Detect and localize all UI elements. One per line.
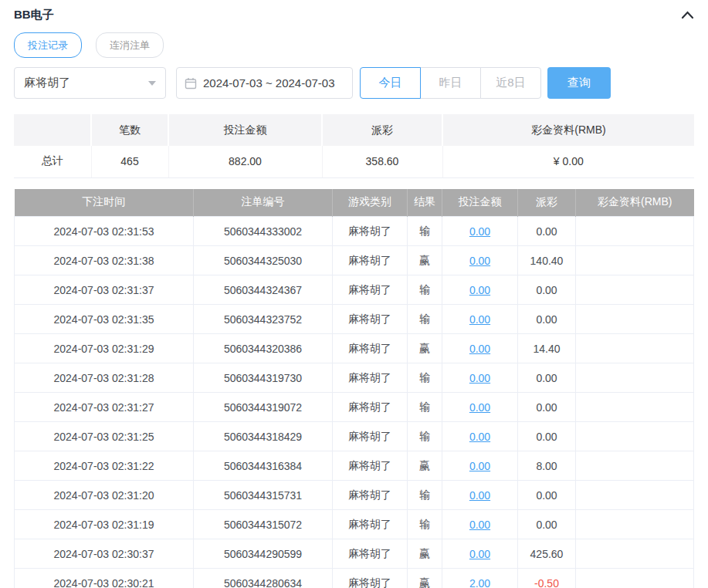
calendar-icon	[185, 77, 197, 90]
summary-header-row: 笔数 投注金额 派彩 彩金资料(RMB)	[14, 114, 694, 146]
summary-header-jackpot: 彩金资料(RMB)	[442, 114, 694, 146]
chevron-up-icon	[681, 10, 694, 19]
bet-amount-link[interactable]: 0.00	[469, 372, 490, 384]
cell-bet-time: 2024-07-03 02:31:35	[15, 305, 194, 334]
cell-game-category: 麻将胡了	[333, 451, 408, 481]
cell-payout: 0.00	[518, 393, 576, 422]
cell-jackpot	[576, 422, 694, 451]
bet-amount-link[interactable]: 0.00	[469, 548, 490, 560]
bet-amount-link[interactable]: 0.00	[469, 313, 490, 326]
cell-game-category: 麻将胡了	[333, 393, 408, 422]
collapse-button[interactable]	[681, 10, 694, 19]
column-header: 结果	[408, 189, 442, 217]
cell-result: 输	[408, 481, 442, 510]
summary-header-bet-amount: 投注金额	[168, 114, 322, 146]
cell-bet-amount: 0.00	[442, 217, 518, 246]
summary-total-payout: 358.60	[322, 146, 442, 177]
cell-jackpot	[576, 539, 694, 569]
query-button[interactable]: 查询	[547, 67, 611, 99]
bet-amount-link[interactable]: 0.00	[469, 401, 490, 414]
cell-payout: 0.00	[518, 510, 576, 539]
bet-amount-link[interactable]: 0.00	[469, 255, 490, 267]
cell-payout: 0.00	[518, 275, 576, 305]
cell-bet-amount: 0.00	[442, 393, 518, 422]
quick-range-yesterday[interactable]: 昨日	[420, 67, 481, 99]
quick-range-today[interactable]: 今日	[360, 67, 421, 99]
cell-game-category: 麻将胡了	[333, 275, 408, 305]
game-select[interactable]: 麻将胡了	[14, 67, 166, 99]
summary-table: 笔数 投注金额 派彩 彩金资料(RMB) 总计 465 882.00 358.6…	[14, 114, 694, 178]
bet-amount-link[interactable]: 0.00	[469, 489, 490, 502]
table-row: 2024-07-03 02:31:20 5060344315731 麻将胡了 输…	[15, 481, 694, 510]
cell-payout: 0.00	[518, 363, 576, 393]
bet-records-panel: BB电子 投注记录 连消注单 麻将胡了 2024-07-03 ~ 2024-07…	[0, 0, 708, 588]
summary-header-count: 笔数	[91, 114, 168, 146]
cell-jackpot	[576, 334, 694, 363]
cell-payout: 140.40	[518, 246, 576, 275]
panel-title: BB电子	[14, 8, 54, 22]
cell-bet-time: 2024-07-03 02:31:53	[15, 217, 194, 246]
table-row: 2024-07-03 02:31:28 5060344319730 麻将胡了 输…	[15, 363, 694, 393]
summary-total-jackpot: ¥ 0.00	[442, 146, 694, 177]
cell-payout: 0.00	[518, 305, 576, 334]
cell-bet-time: 2024-07-03 02:31:27	[15, 393, 194, 422]
cell-game-category: 麻将胡了	[333, 334, 408, 363]
cell-game-category: 麻将胡了	[333, 510, 408, 539]
table-row: 2024-07-03 02:30:37 5060344290599 麻将胡了 赢…	[15, 539, 694, 569]
table-row: 2024-07-03 02:31:38 5060344325030 麻将胡了 赢…	[15, 246, 694, 275]
summary-total-row: 总计 465 882.00 358.60 ¥ 0.00	[14, 146, 694, 177]
cell-bet-amount: 0.00	[442, 334, 518, 363]
bet-amount-link[interactable]: 0.00	[469, 460, 490, 472]
column-header: 游戏类别	[333, 189, 408, 217]
column-header: 注单编号	[194, 189, 333, 217]
cell-game-category: 麻将胡了	[333, 539, 408, 569]
cell-order-number: 5060344319730	[194, 363, 333, 393]
cell-jackpot	[576, 569, 694, 588]
bet-amount-link[interactable]: 0.00	[469, 225, 490, 238]
bet-amount-link[interactable]: 0.00	[469, 519, 490, 531]
bet-amount-link[interactable]: 0.00	[469, 284, 490, 296]
cell-bet-time: 2024-07-03 02:30:37	[15, 539, 194, 569]
cell-payout: 14.40	[518, 334, 576, 363]
cell-bet-time: 2024-07-03 02:31:37	[15, 275, 194, 305]
cell-order-number: 5060344315731	[194, 481, 333, 510]
bet-amount-link[interactable]: 2.00	[469, 577, 490, 588]
cell-payout: 425.60	[518, 539, 576, 569]
tab-bet-records[interactable]: 投注记录	[14, 32, 82, 58]
bet-table: 下注时间注单编号游戏类别结果投注金额派彩彩金资料(RMB) 2024-07-03…	[14, 189, 694, 588]
cell-bet-time: 2024-07-03 02:31:25	[15, 422, 194, 451]
cell-order-number: 5060344280634	[194, 569, 333, 588]
summary-header-payout: 派彩	[322, 114, 442, 146]
date-range-picker[interactable]: 2024-07-03 ~ 2024-07-03	[176, 67, 353, 99]
table-row: 2024-07-03 02:31:35 5060344323752 麻将胡了 输…	[15, 305, 694, 334]
cell-bet-amount: 0.00	[442, 481, 518, 510]
cell-bet-amount: 0.00	[442, 363, 518, 393]
column-header: 彩金资料(RMB)	[576, 189, 694, 217]
cell-order-number: 5060344320386	[194, 334, 333, 363]
cell-jackpot	[576, 275, 694, 305]
cell-order-number: 5060344315072	[194, 510, 333, 539]
quick-range-last8days[interactable]: 近8日	[480, 67, 541, 99]
bet-amount-link[interactable]: 0.00	[469, 343, 490, 355]
cell-order-number: 5060344323752	[194, 305, 333, 334]
cell-bet-amount: 0.00	[442, 305, 518, 334]
table-row: 2024-07-03 02:31:25 5060344318429 麻将胡了 输…	[15, 422, 694, 451]
cell-jackpot	[576, 246, 694, 275]
column-header: 下注时间	[15, 189, 194, 217]
cell-bet-amount: 0.00	[442, 275, 518, 305]
cell-bet-time: 2024-07-03 02:31:20	[15, 481, 194, 510]
cell-result: 输	[408, 422, 442, 451]
cell-jackpot	[576, 305, 694, 334]
cell-payout: 0.00	[518, 422, 576, 451]
table-row: 2024-07-03 02:30:21 5060344280634 麻将胡了 赢…	[15, 569, 694, 588]
table-row: 2024-07-03 02:31:29 5060344320386 麻将胡了 赢…	[15, 334, 694, 363]
table-row: 2024-07-03 02:31:19 5060344315072 麻将胡了 输…	[15, 510, 694, 539]
cell-game-category: 麻将胡了	[333, 246, 408, 275]
cell-order-number: 5060344319072	[194, 393, 333, 422]
tab-cancelled-orders[interactable]: 连消注单	[96, 32, 164, 58]
cell-bet-amount: 2.00	[442, 569, 518, 588]
cell-result: 赢	[408, 451, 442, 481]
bet-amount-link[interactable]: 0.00	[469, 431, 490, 443]
cell-payout: 0.00	[518, 481, 576, 510]
summary-total-label: 总计	[14, 146, 91, 177]
